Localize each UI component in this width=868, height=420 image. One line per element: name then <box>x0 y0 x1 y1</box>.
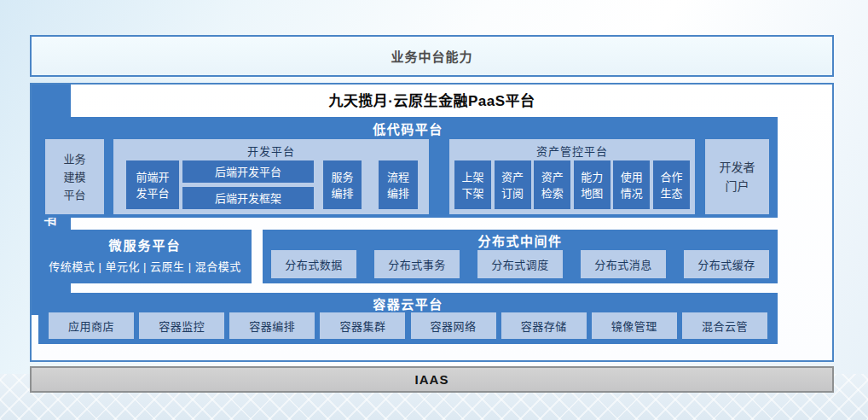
asset-box-search: 资产 检索 <box>534 160 570 209</box>
asset-box-line: 资产 <box>501 169 524 185</box>
paas-platform-container: 九天揽月·云原生金融PaaS平台 低代码平台 业务 建模 平台 开发平台 前端开… <box>30 83 834 362</box>
frontend-dev-line: 发平台 <box>136 185 169 201</box>
container-box-cluster: 容器集群 <box>320 312 405 339</box>
asset-control-title: 资产管控平台 <box>449 143 695 159</box>
middleware-section: 分布式中间件 分布式数据 分布式事务 分布式调度 分布式消息 分布式缓存 <box>263 230 778 283</box>
dev-platform-title: 开发平台 <box>113 143 429 159</box>
asset-box-line: 情况 <box>621 185 643 201</box>
asset-box-subscription: 资产 订阅 <box>495 160 531 209</box>
process-orchestration-line: 流程 <box>387 169 409 185</box>
asset-box-capability-map: 能力 地图 <box>574 160 610 209</box>
microservice-platform-section: 微服务平台 传统模式 | 单元化 | 云原生 | 混合模式 <box>38 230 252 283</box>
asset-box-line: 资产 <box>541 169 564 185</box>
capability-banner: 业务中台能力 <box>30 35 834 77</box>
frontend-dev-box: 前端开 发平台 <box>126 160 179 209</box>
asset-box-line: 使用 <box>621 169 643 185</box>
asset-control-panel: 资产管控平台 上架 下架 资产 订阅 资产 检索 能力 地图 <box>449 139 695 214</box>
low-code-platform-section: 低代码平台 业务 建模 平台 开发平台 前端开 发平台 后端开发平台 后端开发框… <box>38 117 778 218</box>
container-box-image-mgmt: 镜像管理 <box>592 312 677 339</box>
service-orchestration-line: 服务 <box>331 169 353 185</box>
business-modeling-box: 业务 建模 平台 <box>45 139 104 214</box>
asset-box-ecosystem: 合作 生态 <box>653 160 690 209</box>
business-modeling-line: 业务 <box>63 150 85 168</box>
asset-box-line: 下架 <box>461 185 483 201</box>
process-orchestration-line: 编排 <box>387 185 409 201</box>
middleware-box-data: 分布式数据 <box>271 250 356 278</box>
iaas-bar: IAAS <box>30 366 834 393</box>
backend-dev-platform-box: 后端开发平台 <box>182 160 314 183</box>
container-box-app-store: 应用商店 <box>49 312 134 339</box>
middleware-box-cache: 分布式缓存 <box>684 250 769 278</box>
developer-portal-line: 开发者 <box>720 158 755 177</box>
middleware-box-row: 分布式数据 分布式事务 分布式调度 分布式消息 分布式缓存 <box>271 250 769 278</box>
container-box-orchestration: 容器编排 <box>229 312 315 339</box>
asset-box-usage: 使用 情况 <box>613 160 650 209</box>
container-box-monitoring: 容器监控 <box>139 312 224 339</box>
middleware-title: 分布式中间件 <box>263 231 778 249</box>
microservice-modes: 传统模式 | 单元化 | 云原生 | 混合模式 <box>38 258 252 274</box>
service-orchestration-box: 服务 编排 <box>323 160 362 209</box>
middleware-box-messaging: 分布式消息 <box>581 250 666 278</box>
backend-column: 后端开发平台 后端开发框架 <box>182 160 314 209</box>
low-code-platform-title: 低代码平台 <box>38 120 778 137</box>
container-box-storage: 容器存储 <box>501 312 587 339</box>
asset-box-line: 合作 <box>660 169 682 185</box>
business-modeling-line: 建模 <box>63 168 85 186</box>
middleware-box-transaction: 分布式事务 <box>374 250 460 278</box>
asset-box-line: 地图 <box>581 185 603 201</box>
container-cloud-section: 容器云平台 应用商店 容器监控 容器编排 容器集群 容器网络 容器存储 镜像管理… <box>38 293 778 344</box>
microservice-platform-title: 微服务平台 <box>38 236 252 254</box>
container-cloud-title: 容器云平台 <box>38 295 778 312</box>
developer-portal-line: 门户 <box>726 177 749 195</box>
developer-portal-box: 开发者 门户 <box>705 139 769 214</box>
middleware-box-scheduling: 分布式调度 <box>477 250 563 278</box>
asset-box-line: 能力 <box>581 169 603 185</box>
capability-banner-label: 业务中台能力 <box>391 47 472 65</box>
backend-dev-framework-box: 后端开发框架 <box>182 187 314 209</box>
asset-box-line: 生态 <box>660 185 682 201</box>
iaas-label: IAAS <box>415 372 449 387</box>
frontend-dev-line: 前端开 <box>136 169 169 185</box>
container-box-row: 应用商店 容器监控 容器编排 容器集群 容器网络 容器存储 镜像管理 混合云管 <box>49 312 767 339</box>
service-orchestration-line: 编排 <box>331 185 353 201</box>
asset-box-line: 检索 <box>541 185 564 201</box>
asset-box-line: 上架 <box>461 169 483 185</box>
container-box-network: 容器网络 <box>411 312 496 339</box>
asset-box-listing: 上架 下架 <box>454 160 491 209</box>
container-box-hybrid-cloud: 混合云管 <box>682 312 767 339</box>
asset-box-row: 上架 下架 资产 订阅 资产 检索 能力 地图 使用 情况 <box>454 160 690 209</box>
process-orchestration-box: 流程 编排 <box>379 160 418 209</box>
business-modeling-line: 平台 <box>63 186 85 204</box>
dev-platform-panel: 开发平台 前端开 发平台 后端开发平台 后端开发框架 服务 编排 流程 编排 <box>113 139 429 214</box>
platform-title: 九天揽月·云原生金融PaaS平台 <box>32 89 832 110</box>
asset-box-line: 订阅 <box>501 185 524 201</box>
